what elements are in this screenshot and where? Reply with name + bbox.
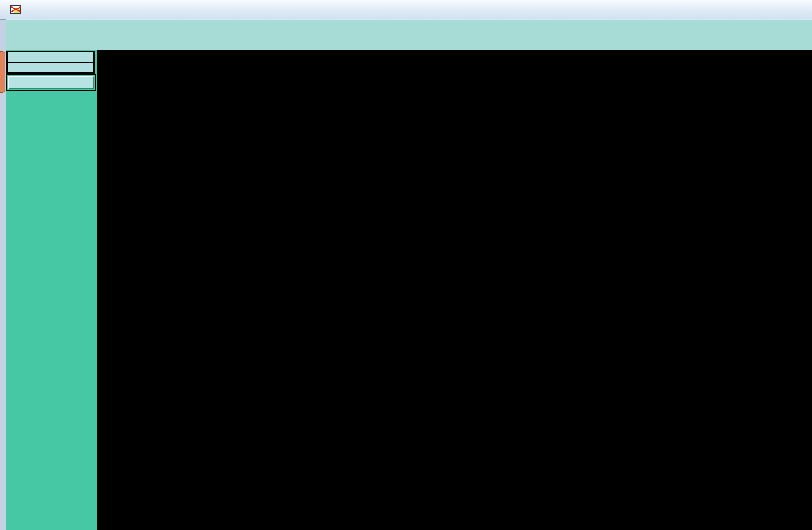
- job-info-panel: [6, 51, 95, 74]
- pcb-canvas[interactable]: [97, 50, 812, 530]
- job-name-box: [7, 52, 94, 63]
- job-matrix-button[interactable]: [8, 76, 94, 89]
- menu-bar: [6, 19, 812, 52]
- job-matrix-frame: [6, 74, 96, 91]
- title-bar: [0, 0, 812, 20]
- background-window-tab: [0, 51, 5, 93]
- step-name-box: [7, 62, 94, 73]
- sidebar: [6, 50, 99, 530]
- app-icon: [10, 5, 21, 14]
